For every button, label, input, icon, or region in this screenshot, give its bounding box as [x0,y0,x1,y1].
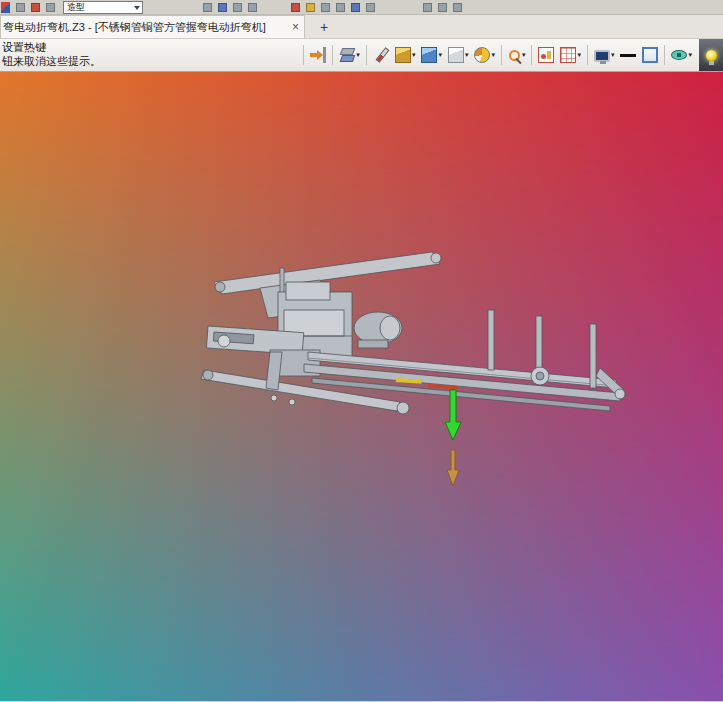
redo-icon[interactable] [46,3,55,12]
hint-lightbulb-button[interactable] [699,39,723,71]
view-orientation-button[interactable]: ▾ [419,43,444,67]
model-motor[interactable] [354,312,402,348]
pick-icon[interactable] [291,3,300,12]
image-capture-button[interactable] [536,43,556,67]
monitor-icon [594,50,610,62]
exit-button[interactable] [308,43,328,67]
grid-icon [560,47,576,63]
zw3d-window: 造型 弯电动折弯机.Z3 - [不锈钢管铜管方管握弯电动折弯机] × + 设置热… [0,0,723,701]
measure-icon[interactable] [321,3,330,12]
toolbar-separator [332,45,333,65]
filter-icon[interactable] [351,3,360,12]
copy-icon[interactable] [203,3,212,12]
hint-line-2: 钮来取消这些提示。 [2,54,101,68]
section-view-button[interactable]: ▾ [472,43,497,67]
pan-icon[interactable] [438,3,447,12]
chevron-down-icon: ▾ [688,51,692,59]
zoom-button[interactable]: ▾ [506,43,528,67]
lightbulb-icon [706,50,717,61]
line-width-button[interactable] [618,43,638,67]
grid-toggle-button[interactable]: ▾ [558,43,583,67]
toolbar-separator [531,45,532,65]
hint-line-1: 设置热键 [2,40,101,54]
layers-button[interactable]: ▾ [337,43,362,67]
hint-text: 设置热键 钮来取消这些提示。 [2,40,101,68]
wireframe-display-button[interactable]: ▾ [446,43,471,67]
help-icon[interactable] [248,3,257,12]
eyedropper-icon [373,47,389,63]
exit-arrow-icon [310,47,326,63]
chevron-down-icon: ▾ [412,51,416,59]
app-icon[interactable] [1,2,10,13]
view-icon[interactable] [423,3,432,12]
3d-viewport[interactable] [0,72,723,701]
pie-chart-icon [474,47,490,63]
background-button[interactable] [640,43,660,67]
chevron-down-icon: ▾ [438,51,442,59]
toolbar-separator [303,45,304,65]
paste-icon[interactable] [218,3,227,12]
undo-icon[interactable] [31,3,40,12]
blue-cube-icon [421,47,437,63]
axis-arrow-orange[interactable] [447,450,459,486]
print-icon[interactable] [233,3,242,12]
chevron-down-icon: ▾ [522,51,526,59]
layers-icon [339,47,355,63]
quick-access-toolbar: 造型 [0,0,723,15]
visibility-button[interactable]: ▾ [669,43,694,67]
settings-icon[interactable] [336,3,345,12]
chevron-down-icon: ▾ [611,51,615,59]
workspace-combobox[interactable]: 造型 [63,1,143,14]
gold-cube-icon [395,47,411,63]
toolbar-separator [366,45,367,65]
white-cube-icon [448,47,464,63]
document-tab-title: 弯电动折弯机.Z3 - [不锈钢管铜管方管握弯电动折弯机] [3,20,287,35]
rotate-icon[interactable] [453,3,462,12]
toolbar-separator [587,45,588,65]
chevron-down-icon [134,6,140,10]
document-tab[interactable]: 弯电动折弯机.Z3 - [不锈钢管铜管方管握弯电动折弯机] × [0,15,305,38]
toolbar-separator [501,45,502,65]
shaded-display-button[interactable]: ▾ [393,43,418,67]
color-icon[interactable] [306,3,315,12]
new-tab-button[interactable]: + [313,17,335,36]
image-icon [538,47,554,63]
workspace-combobox-value: 造型 [67,1,85,14]
display-icon[interactable] [366,3,375,12]
document-tab-bar: 弯电动折弯机.Z3 - [不锈钢管铜管方管握弯电动折弯机] × + [0,15,723,39]
chevron-down-icon: ▾ [491,51,495,59]
magnifier-icon [509,50,520,61]
chevron-down-icon: ▾ [465,51,469,59]
toolbar-separator [664,45,665,65]
chevron-down-icon: ▾ [577,51,581,59]
axis-arrow-green[interactable] [445,390,461,440]
tab-close-icon[interactable]: × [292,21,299,33]
cad-model[interactable] [200,240,630,550]
view-toolbar: 设置热键 钮来取消这些提示。 ▾ ▾ ▾ ▾ ▾ ▾ ▾ ▾ ▾ [0,39,723,72]
background-icon [642,47,658,63]
display-mode-button[interactable]: ▾ [592,43,617,67]
line-width-icon [620,54,636,57]
eye-icon [671,50,687,60]
save-icon[interactable] [16,3,25,12]
view-tools: ▾ ▾ ▾ ▾ ▾ ▾ ▾ ▾ ▾ [300,39,723,71]
eyedropper-button[interactable] [371,43,391,67]
chevron-down-icon: ▾ [356,51,360,59]
